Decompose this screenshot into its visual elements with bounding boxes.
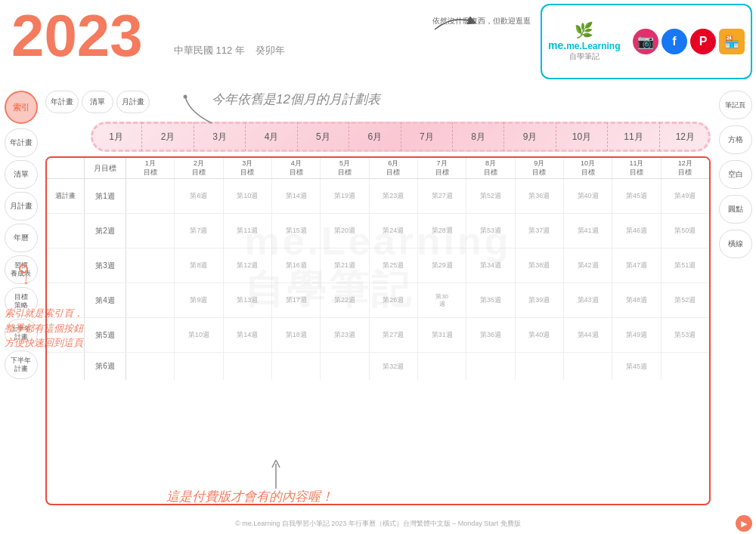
w1-apr: 第14週: [272, 179, 321, 213]
w4-aug: 第35週: [466, 283, 515, 317]
nav-year-plan[interactable]: 年計畫: [45, 91, 79, 113]
w1-jun: 第23週: [370, 179, 418, 213]
week-5-label: 第5週: [85, 318, 126, 352]
w2-jan: [126, 214, 175, 248]
th-jun-target: 6月目標: [370, 158, 418, 178]
nav-month-plan[interactable]: 月計畫: [116, 91, 150, 113]
index-button[interactable]: 索引: [5, 91, 38, 124]
w2-apr: 第15週: [272, 214, 321, 248]
th-empty: [47, 158, 85, 178]
w3-dec: 第51週: [662, 248, 709, 282]
footer: © me.Learning 自我學習小筆記 2023 年行事曆（橫式）台灣繁體中…: [0, 513, 756, 534]
w2-oct: 第41週: [564, 214, 612, 248]
w6-jun: 第32週: [370, 353, 418, 380]
sidebar-item-year-plan[interactable]: 年計畫: [5, 128, 38, 157]
th-nov-target: 11月目標: [612, 158, 661, 178]
brand-left: 🌿 me.me.Learning 自學筆記: [548, 21, 620, 62]
month-feb[interactable]: 2月: [142, 122, 194, 151]
w6-feb: [175, 353, 223, 380]
footer-text: © me.Learning 自我學習小筆記 2023 年行事曆（橫式）台灣繁體中…: [235, 519, 521, 529]
week-row-4: 第4週 第9週 第13週 第17週 第22週 第26週 第30週 第35週 第3…: [47, 283, 709, 318]
sidebar-item-goals[interactable]: 目標策略: [5, 287, 38, 316]
sidebar-item-first-half[interactable]: 上半年計畫: [5, 319, 38, 347]
sidebar-item-second-half[interactable]: 下半年計畫: [5, 350, 38, 379]
shop-icon[interactable]: 🏪: [719, 29, 745, 54]
month-jan[interactable]: 1月: [91, 122, 142, 151]
th-apr-target: 4月目標: [272, 158, 321, 178]
w5-may: 第23週: [321, 318, 369, 352]
sidebar-item-calendar[interactable]: 年曆: [5, 224, 38, 252]
w4-nov: 第48週: [612, 283, 661, 317]
brand-box: 🌿 me.me.Learning 自學筆記 📷 f P 🏪: [541, 4, 752, 79]
w5-feb: 第10週: [175, 318, 223, 352]
w2-dec: 第50週: [662, 214, 709, 248]
th-dec-target: 12月目標: [662, 158, 709, 178]
w1-nov: 第45週: [612, 179, 661, 213]
w3-feb: 第8週: [175, 248, 223, 282]
w6-jan: [126, 353, 175, 380]
w1-dec: 第49週: [662, 179, 709, 213]
th-jul-target: 7月目標: [418, 158, 466, 178]
w4-apr: 第17週: [272, 283, 321, 317]
month-jul[interactable]: 7月: [401, 122, 453, 151]
w1-sep: 第36週: [516, 179, 564, 213]
w1-feb: 第6週: [175, 179, 223, 213]
instagram-icon[interactable]: 📷: [633, 29, 658, 54]
w6-dec: [662, 353, 709, 380]
th-aug-target: 8月目標: [466, 158, 515, 178]
w5-jun: 第27週: [370, 318, 418, 352]
month-mar[interactable]: 3月: [194, 122, 246, 151]
w3-aug: 第34週: [466, 248, 515, 282]
footer-orange-button[interactable]: ▶: [736, 515, 752, 532]
w5-jan: [126, 318, 175, 352]
monthly-table: 月目標 1月目標 2月目標 3月目標 4月目標 5月目標 6月目標 7月目標 8…: [45, 156, 711, 505]
facebook-icon[interactable]: f: [662, 29, 687, 54]
month-dec[interactable]: 12月: [660, 122, 711, 151]
week-2-label: 第2週: [85, 214, 126, 248]
month-aug[interactable]: 8月: [453, 122, 504, 151]
w3-nov: 第47週: [612, 248, 661, 282]
w5-dec: 第53週: [662, 318, 709, 352]
right-item-grid[interactable]: 方格: [719, 125, 752, 154]
w2-aug: 第53週: [466, 214, 515, 248]
nav-list[interactable]: 清單: [82, 91, 113, 113]
w3-mar: 第12週: [224, 248, 272, 282]
w5-mar: 第14週: [224, 318, 272, 352]
pinterest-icon[interactable]: P: [690, 29, 716, 54]
month-oct[interactable]: 10月: [556, 122, 608, 151]
w3-jan: [126, 248, 175, 282]
right-item-lines[interactable]: 橫線: [719, 230, 752, 258]
w4-mar: 第13週: [224, 283, 272, 317]
week-row-5: 第5週 第10週 第14週 第18週 第23週 第27週 第31週 第36週 第…: [47, 318, 709, 353]
right-item-dots[interactable]: 圓點: [719, 195, 752, 224]
right-sidebar: 筆記頁 方格 空白 圓點 橫線: [714, 87, 756, 511]
th-jan-target: 1月目標: [126, 158, 175, 178]
header: 2023 中華民國 112 年 癸卯年 🌿 me.me.Learning 自學筆…: [0, 0, 756, 87]
right-item-notes[interactable]: 筆記頁: [719, 91, 752, 119]
sidebar-item-month-plan[interactable]: 月計畫: [5, 192, 38, 221]
ad-text: 依然沒什麼東西，但歡迎逛逛: [432, 15, 531, 26]
right-item-blank[interactable]: 空白: [719, 160, 752, 189]
month-may[interactable]: 5月: [298, 122, 349, 151]
w5-oct: 第44週: [564, 318, 612, 352]
month-sep[interactable]: 9月: [504, 122, 556, 151]
week-plan-label-cell: 週計畫: [47, 179, 85, 213]
w6-jul: [418, 353, 466, 380]
month-nov[interactable]: 11月: [608, 122, 659, 151]
th-mar-target: 3月目標: [224, 158, 272, 178]
w2-mar: 第11週: [224, 214, 272, 248]
w3-jun: 第25週: [370, 248, 418, 282]
month-apr[interactable]: 4月: [246, 122, 297, 151]
w2-sep: 第37週: [516, 214, 564, 248]
brand-subtitle: 自學筆記: [569, 51, 600, 62]
w2-jul: 第28週: [418, 214, 466, 248]
sidebar-item-list[interactable]: 清單: [5, 160, 38, 189]
month-jun[interactable]: 6月: [349, 122, 401, 151]
brand-icon-leaf: 🌿: [575, 21, 593, 39]
w2-may: 第20週: [321, 214, 369, 248]
left-sidebar: 索引 年計畫 清單 月計畫 年曆 習慣養成表 目標策略 上半年計畫 下半年計畫: [0, 87, 42, 511]
w2-nov: 第46週: [612, 214, 661, 248]
w4-sep: 第39週: [516, 283, 564, 317]
month-strip-cells: 1月 2月 3月 4月 5月 6月 7月 8月 9月 10月 11月 12月: [91, 122, 711, 151]
th-oct-target: 10月目標: [564, 158, 612, 178]
